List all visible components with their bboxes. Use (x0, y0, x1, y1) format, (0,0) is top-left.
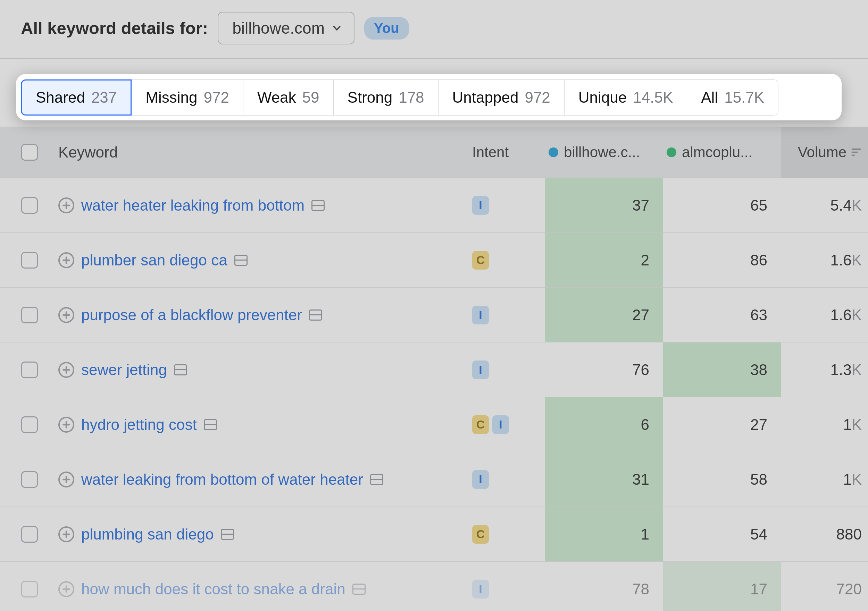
row-check-cell (7, 197, 52, 214)
svg-rect-1 (852, 152, 858, 153)
keyword-link[interactable]: sewer jetting (81, 361, 167, 379)
serp-icon[interactable] (312, 200, 325, 211)
row-checkbox[interactable] (21, 471, 38, 488)
keyword-link[interactable]: plumber san diego ca (81, 252, 228, 269)
tab-shared[interactable]: Shared237 (21, 79, 132, 116)
site1-value: 1 (545, 507, 663, 562)
col-volume-label: Volume (798, 144, 846, 161)
keyword-link[interactable]: purpose of a blackflow preventer (81, 306, 302, 324)
site1-value: 27 (545, 288, 663, 342)
site2-value: 58 (663, 452, 781, 507)
keyword-link[interactable]: water heater leaking from bottom (81, 197, 304, 214)
serp-icon[interactable] (234, 255, 248, 266)
volume-value: 720 (781, 562, 868, 611)
serp-icon[interactable] (309, 309, 322, 320)
row-checkbox[interactable] (21, 362, 38, 378)
svg-rect-2 (852, 155, 855, 156)
plus-icon (62, 530, 71, 539)
intent-badge-c: C (472, 251, 489, 269)
dot-icon-blue (549, 147, 558, 157)
expand-button[interactable] (58, 307, 74, 323)
intent-badge-c: C (472, 525, 489, 544)
row-checkbox[interactable] (21, 307, 38, 323)
col-site2-label: almcoplu... (682, 144, 752, 161)
plus-icon (62, 585, 71, 594)
tab-all[interactable]: All15.7K (687, 79, 778, 116)
select-all-checkbox[interactable] (21, 144, 38, 161)
expand-button[interactable] (58, 362, 74, 378)
tab-label: Missing (146, 89, 197, 106)
site2-value: 17 (663, 562, 781, 611)
row-check-cell (7, 362, 52, 378)
keyword-cell: water heater leaking from bottom (52, 197, 472, 214)
table-header: Keyword Intent billhowe.c... almcoplu...… (0, 127, 868, 178)
site2-value: 65 (663, 178, 781, 232)
tab-count: 237 (91, 89, 117, 106)
expand-button[interactable] (58, 252, 74, 268)
row-checkbox[interactable] (21, 252, 38, 269)
keyword-cell: purpose of a blackflow preventer (52, 306, 472, 324)
you-badge: You (364, 17, 409, 40)
row-check-cell (7, 416, 52, 433)
table-row: water leaking from bottom of water heate… (0, 452, 868, 507)
site1-value: 2 (545, 233, 663, 287)
site1-value: 78 (545, 562, 663, 611)
site1-value: 6 (545, 397, 663, 452)
col-keyword[interactable]: Keyword (52, 144, 472, 161)
volume-value: 1K (781, 452, 868, 507)
expand-button[interactable] (58, 472, 74, 487)
tab-count: 15.7K (724, 89, 764, 106)
tab-count: 14.5K (633, 89, 673, 106)
col-volume[interactable]: Volume (781, 127, 868, 178)
tab-untapped[interactable]: Untapped972 (439, 79, 564, 116)
tab-strong[interactable]: Strong178 (334, 79, 439, 116)
serp-icon[interactable] (352, 583, 366, 595)
serp-icon[interactable] (174, 364, 187, 376)
table-row: how much does it cost to snake a drainI7… (0, 562, 868, 611)
expand-button[interactable] (58, 417, 74, 433)
volume-value: 1.6K (781, 233, 868, 287)
plus-icon (62, 475, 71, 484)
tab-label: Strong (347, 89, 393, 106)
chevron-down-icon (332, 23, 342, 33)
row-checkbox[interactable] (21, 416, 38, 433)
intent-badge-i: I (472, 470, 489, 489)
keyword-cell: sewer jetting (52, 361, 472, 379)
domain-select[interactable]: billhowe.com (218, 12, 355, 45)
row-checkbox[interactable] (21, 197, 38, 214)
keyword-link[interactable]: hydro jetting cost (81, 416, 197, 433)
tab-unique[interactable]: Unique14.5K (564, 79, 687, 116)
volume-value: 1K (781, 397, 868, 452)
row-checkbox[interactable] (21, 581, 38, 597)
tab-weak[interactable]: Weak59 (243, 79, 334, 116)
col-site2[interactable]: almcoplu... (663, 144, 781, 161)
serp-icon[interactable] (221, 529, 234, 540)
intent-badge-c: C (472, 415, 489, 434)
expand-button[interactable] (58, 526, 74, 542)
serp-icon[interactable] (370, 474, 383, 485)
col-site1-label: billhowe.c... (564, 144, 640, 161)
tab-missing[interactable]: Missing972 (132, 79, 243, 116)
site2-value: 54 (663, 507, 781, 562)
site2-value: 86 (663, 233, 781, 287)
expand-button[interactable] (58, 581, 74, 597)
svg-rect-0 (852, 148, 861, 150)
intent-cell: I (472, 196, 545, 215)
serp-icon[interactable] (204, 419, 217, 430)
row-checkbox[interactable] (21, 526, 38, 543)
plus-icon (62, 365, 71, 374)
intent-cell: C (472, 251, 545, 269)
col-intent[interactable]: Intent (472, 144, 545, 161)
keyword-link[interactable]: plumbing san diego (81, 526, 214, 543)
site1-value: 37 (545, 178, 663, 232)
table-row: purpose of a blackflow preventerI27631.6… (0, 288, 868, 342)
expand-button[interactable] (58, 197, 74, 213)
intent-cell: I (472, 580, 545, 599)
keyword-link[interactable]: water leaking from bottom of water heate… (81, 471, 363, 488)
row-check-cell (7, 471, 52, 488)
keyword-link[interactable]: how much does it cost to snake a drain (81, 580, 346, 598)
site2-value: 27 (663, 397, 781, 452)
domain-select-value: billhowe.com (232, 19, 325, 37)
tab-label: All (701, 89, 718, 106)
col-site1[interactable]: billhowe.c... (545, 144, 663, 161)
